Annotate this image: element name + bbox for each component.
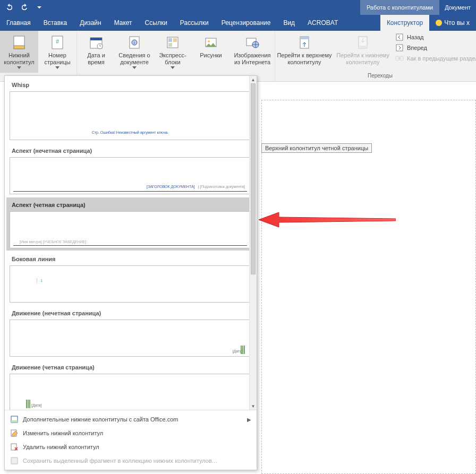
remove-icon: [10, 443, 19, 451]
tab-references[interactable]: Ссылки: [139, 15, 174, 31]
document-info-button[interactable]: i Сведения о документе: [115, 31, 154, 73]
gallery-item-title: Движение (четная страница): [8, 360, 252, 374]
scroll-thumb[interactable]: [251, 83, 256, 274]
gallery-item-preview: [Дата]: [10, 374, 251, 410]
gallery-scrollbar[interactable]: ▲ ▼: [249, 76, 257, 410]
svg-rect-30: [11, 458, 18, 464]
gallery-item-title: Движение (нечетная страница): [8, 306, 252, 320]
group-header-footer: Нижний колонтитул # Номер страницы: [0, 31, 77, 81]
gallery-item[interactable]: Аспект (четная страница)[Имя автора] [УЧ…: [6, 197, 254, 251]
chevron-right-icon: ▶: [247, 417, 251, 423]
svg-text:#: #: [56, 39, 59, 45]
gallery-item-title: Аспект (четная страница): [8, 197, 252, 211]
group-label-navigation: Переходы: [275, 73, 476, 81]
tab-home[interactable]: Главная: [0, 15, 37, 31]
tab-constructor[interactable]: Конструктор: [380, 15, 429, 31]
goto-header-icon: [296, 34, 313, 51]
svg-rect-1: [14, 46, 24, 49]
back-icon: [395, 33, 404, 41]
pictures-icon: [202, 34, 219, 51]
save-icon: [10, 456, 19, 465]
svg-rect-11: [168, 38, 172, 42]
chevron-down-icon: [132, 66, 137, 70]
quick-parts-icon: [164, 34, 181, 51]
page-number-icon: #: [49, 34, 66, 51]
tab-mailings[interactable]: Рассылки: [174, 15, 215, 31]
svg-rect-22: [396, 34, 403, 40]
date-time-button[interactable]: Дата и время: [77, 31, 115, 73]
svg-point-15: [208, 40, 210, 42]
footer-icon: [11, 34, 28, 51]
gallery-item-preview: 1: [10, 265, 251, 303]
quick-parts-button[interactable]: Экспресс-блоки: [154, 31, 192, 73]
tab-review[interactable]: Рецензирование: [215, 15, 277, 31]
online-pictures-button[interactable]: Изображения из Интернета: [230, 31, 275, 73]
forward-icon: [395, 44, 404, 52]
gallery-item[interactable]: Движение (нечетная страница)[Дата]: [6, 305, 254, 359]
gallery-item-preview: [ЗАГОЛОВОК ДОКУМЕНТА] | [Подзаголовок до…: [10, 157, 251, 194]
document-info-icon: i: [126, 34, 143, 51]
redo-icon[interactable]: [18, 1, 31, 14]
chevron-down-icon: [17, 66, 21, 70]
context-tab-document: Документ: [439, 0, 476, 15]
link-icon: [395, 54, 404, 63]
svg-text:i: i: [134, 40, 135, 45]
gallery-item[interactable]: Движение (четная страница)[Дата]: [6, 359, 254, 410]
document-area: Верхний колонтитул четной страницы: [255, 82, 476, 474]
qat-customize-icon[interactable]: [33, 1, 46, 14]
titlebar: Работа с колонтитулами Документ: [0, 0, 476, 15]
document-page[interactable]: [261, 100, 476, 474]
gallery-item-title: Аспект (нечетная страница): [8, 143, 252, 157]
undo-icon[interactable]: [3, 1, 16, 14]
nav-back-button[interactable]: Назад: [395, 33, 476, 41]
online-pictures-icon: [244, 34, 261, 51]
gallery-item-preview: [Дата]: [10, 320, 251, 357]
svg-rect-19: [300, 37, 309, 39]
svg-rect-21: [359, 46, 367, 48]
save-selection-button: Сохранить выделенный фрагмент в коллекци…: [5, 454, 257, 468]
group-navigation: Перейти к верхнему колонтитулу Перейти к…: [275, 31, 476, 81]
gallery-item-preview: Стр. Ошибка! Неизвестный аргумент ключа.: [10, 91, 251, 140]
svg-rect-27: [11, 420, 18, 423]
link-previous-button: Как в предыдущем разделе: [395, 54, 476, 63]
more-from-office-button[interactable]: Дополнительные нижние колонтитулы с сайт…: [5, 412, 257, 426]
context-tab-header-footer: Работа с колонтитулами: [360, 0, 439, 15]
svg-rect-12: [173, 38, 177, 42]
group-insert: Дата и время i Сведения о документе Эксп…: [77, 31, 275, 81]
calendar-icon: [88, 34, 105, 51]
edit-icon: [10, 429, 19, 437]
scroll-down-icon[interactable]: ▼: [250, 402, 257, 410]
tab-view[interactable]: Вид: [277, 15, 301, 31]
nav-forward-button[interactable]: Вперед: [395, 44, 476, 52]
gallery-item[interactable]: Боковая линия1: [6, 251, 254, 305]
goto-footer-icon: [354, 34, 371, 51]
tab-acrobat[interactable]: ACROBAT: [301, 15, 344, 31]
svg-rect-13: [168, 43, 172, 47]
bulb-icon: [436, 20, 442, 26]
tab-layout[interactable]: Макет: [108, 15, 139, 31]
ribbon: Нижний колонтитул # Номер страницы Дата …: [0, 31, 476, 82]
tab-tell-me[interactable]: Что вы х: [429, 15, 476, 31]
edit-footer-button[interactable]: Изменить нижний колонтитул: [5, 426, 257, 440]
gallery-item[interactable]: Аспект (нечетная страница)[ЗАГОЛОВОК ДОК…: [6, 143, 254, 197]
goto-footer-button: Перейти к нижнему колонтитулу: [334, 31, 392, 73]
remove-footer-button[interactable]: Удалить нижний колонтитул: [5, 440, 257, 454]
page-number-button[interactable]: # Номер страницы: [38, 31, 76, 73]
footer-gallery: WhispСтр. Ошибка! Неизвестный аргумент к…: [4, 75, 257, 470]
svg-rect-5: [90, 38, 102, 40]
scroll-up-icon[interactable]: ▲: [250, 76, 257, 83]
tab-insert[interactable]: Вставка: [37, 15, 74, 31]
gallery-item-preview: [Имя автора] [УЧЕБНОЕ ЗАВЕДЕНИЕ]: [10, 211, 251, 248]
gallery-item[interactable]: WhispСтр. Ошибка! Неизвестный аргумент к…: [6, 77, 254, 143]
quick-access-toolbar: [0, 1, 46, 14]
footer-button[interactable]: Нижний колонтитул: [0, 31, 38, 73]
gallery-item-title: Whisp: [8, 77, 252, 91]
goto-header-button[interactable]: Перейти к верхнему колонтитулу: [275, 31, 334, 73]
pictures-button[interactable]: Рисунки: [192, 31, 230, 73]
gallery-footer: Дополнительные нижние колонтитулы с сайт…: [5, 410, 257, 470]
header-marker: Верхний колонтитул четной страницы: [261, 143, 372, 153]
gallery-item-title: Боковая линия: [8, 252, 252, 265]
office-icon: [10, 415, 19, 424]
svg-rect-23: [396, 45, 403, 51]
tab-design[interactable]: Дизайн: [73, 15, 107, 31]
